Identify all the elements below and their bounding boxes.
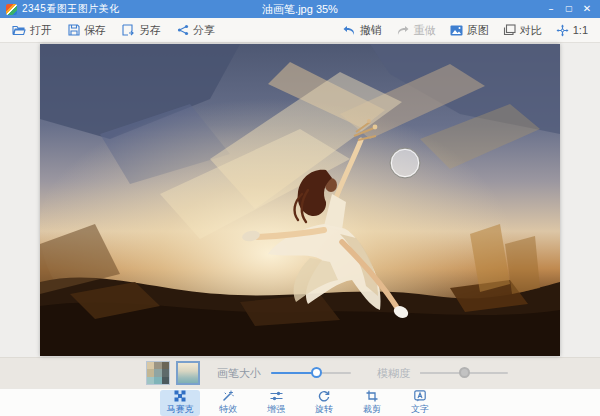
- undo-icon: [342, 25, 356, 36]
- crop-icon: [366, 390, 378, 402]
- edit-mode-tabbar: 马赛克 特效 增强 旋转 裁剪 文字: [0, 388, 600, 416]
- save-as-icon: [122, 24, 135, 36]
- photo-canvas[interactable]: [40, 44, 560, 356]
- tab-mosaic[interactable]: 马赛克: [160, 390, 200, 416]
- close-button[interactable]: ✕: [579, 2, 595, 16]
- minimize-button[interactable]: –: [543, 2, 559, 16]
- picture-icon: [450, 25, 463, 36]
- main-toolbar: 打开 保存 另存 分享 撤销 重做 原图 对比 1:1: [0, 18, 600, 43]
- mosaic-style-pixel-thumbnail[interactable]: [147, 362, 169, 384]
- redo-icon: [396, 25, 410, 36]
- tool-options-panel: 画笔大小 模糊度: [0, 357, 600, 388]
- window-controls: – ▢ ✕: [543, 2, 600, 16]
- save-icon: [68, 24, 80, 36]
- document-title: 油画笔.jpg 35%: [0, 2, 600, 17]
- tab-rotate[interactable]: 旋转: [304, 390, 344, 416]
- save-as-button[interactable]: 另存: [122, 23, 161, 38]
- slider-handle[interactable]: [459, 367, 470, 378]
- save-button[interactable]: 保存: [68, 23, 106, 38]
- tab-text[interactable]: 文字: [400, 390, 440, 416]
- undo-button[interactable]: 撤销: [342, 23, 382, 38]
- redo-button[interactable]: 重做: [396, 23, 436, 38]
- blur-amount-label: 模糊度: [377, 366, 410, 381]
- brush-size-label: 画笔大小: [217, 366, 261, 381]
- open-button[interactable]: 打开: [12, 23, 52, 38]
- brush-size-slider[interactable]: [271, 367, 351, 379]
- compare-button[interactable]: 对比: [503, 23, 542, 38]
- blur-amount-slider[interactable]: [420, 367, 508, 379]
- share-button[interactable]: 分享: [177, 23, 215, 38]
- toolbar-right-group: 撤销 重做 原图 对比 1:1: [328, 23, 588, 38]
- mosaic-style-blur-thumbnail[interactable]: [176, 361, 200, 385]
- tune-sliders-icon: [270, 390, 283, 402]
- maximize-button[interactable]: ▢: [561, 2, 577, 16]
- mosaic-icon: [174, 390, 186, 402]
- zoom-one-to-one-button[interactable]: 1:1: [556, 24, 588, 37]
- rotate-icon: [318, 390, 330, 402]
- tab-enhance[interactable]: 增强: [256, 390, 296, 416]
- title-bar: 2345看图王图片美化 油画笔.jpg 35% – ▢ ✕: [0, 0, 600, 18]
- workspace: [0, 43, 600, 357]
- tab-effects[interactable]: 特效: [208, 390, 248, 416]
- compare-icon: [503, 24, 516, 36]
- slider-handle[interactable]: [311, 367, 322, 378]
- magic-wand-icon: [222, 390, 234, 402]
- text-icon: [414, 390, 426, 402]
- oil-painting-image: [40, 44, 560, 356]
- folder-open-icon: [12, 24, 26, 36]
- original-image-button[interactable]: 原图: [450, 23, 489, 38]
- move-arrows-icon: [556, 24, 569, 37]
- share-icon: [177, 24, 189, 36]
- tab-crop[interactable]: 裁剪: [352, 390, 392, 416]
